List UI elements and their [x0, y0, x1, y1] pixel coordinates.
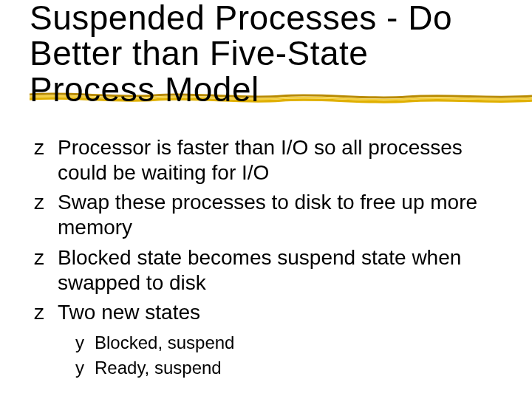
slide: Suspended Processes - Do Better than Fiv…	[0, 0, 532, 399]
title-area: Suspended Processes - Do Better than Fiv…	[30, 0, 502, 107]
bullet-list: Processor is faster than I/O so all proc…	[30, 135, 502, 381]
bullet-text: Two new states	[58, 301, 200, 324]
slide-title: Suspended Processes - Do Better than Fiv…	[30, 0, 502, 107]
bullet-item: Two new states Blocked, suspend Ready, s…	[30, 300, 502, 381]
slide-body: Processor is faster than I/O so all proc…	[30, 135, 502, 381]
sub-bullet-text: Blocked, suspend	[95, 332, 234, 352]
bullet-text: Blocked state becomes suspend state when…	[58, 246, 461, 294]
bullet-text: Swap these processes to disk to free up …	[58, 191, 477, 239]
sub-bullet-text: Ready, suspend	[95, 358, 222, 378]
sub-bullet-item: Blocked, suspend	[72, 331, 502, 355]
sub-bullet-list: Blocked, suspend Ready, suspend	[58, 331, 502, 381]
bullet-item: Blocked state becomes suspend state when…	[30, 245, 502, 296]
sub-bullet-item: Ready, suspend	[72, 356, 502, 380]
bullet-item: Processor is faster than I/O so all proc…	[30, 135, 502, 185]
bullet-text: Processor is faster than I/O so all proc…	[58, 136, 463, 184]
bullet-item: Swap these processes to disk to free up …	[30, 190, 502, 240]
